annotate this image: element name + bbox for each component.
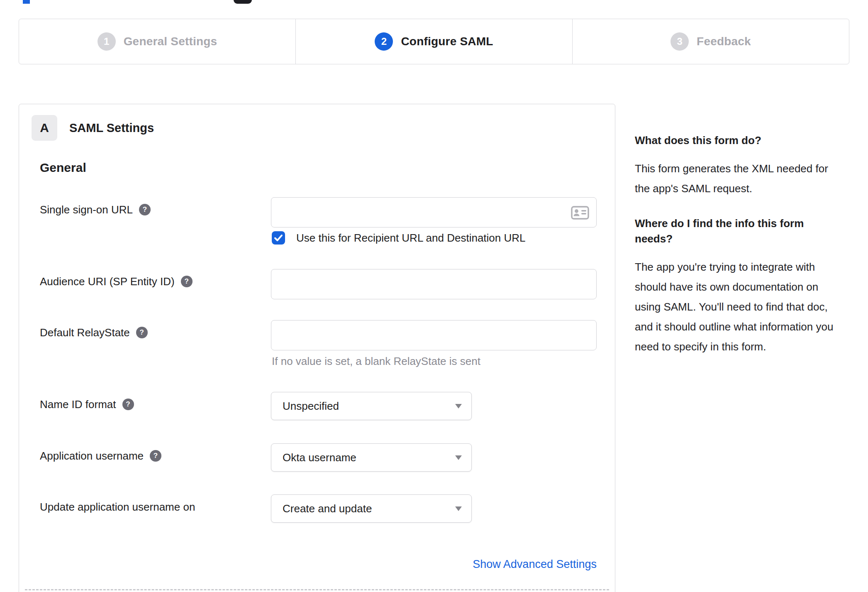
step-1-number-badge: 1	[98, 32, 116, 51]
name-id-format-label: Name ID format	[40, 398, 116, 411]
help-icon[interactable]: ?	[122, 399, 134, 410]
contact-card-icon	[571, 206, 589, 220]
recipient-url-checkbox[interactable]	[272, 231, 285, 245]
app-username-label: Application username	[40, 450, 144, 462]
sso-url-label: Single sign-on URL	[40, 203, 133, 216]
sidebar-heading-what: What does this form do?	[635, 133, 837, 148]
sso-url-label-row: Single sign-on URL ?	[40, 203, 151, 217]
recipient-url-checkbox-label: Use this for Recipient URL and Destinati…	[296, 232, 526, 245]
sso-url-input-wrap	[271, 197, 597, 228]
help-sidebar: What does this form do? This form genera…	[635, 133, 837, 374]
relay-state-label: Default RelayState	[40, 326, 130, 339]
sidebar-body-where: The app you're trying to integrate with …	[635, 257, 837, 357]
clipped-fragment-blue	[23, 0, 30, 4]
sidebar-body-what: This form generates the XML needed for t…	[635, 159, 837, 198]
step-2-number-badge: 2	[375, 32, 393, 51]
relay-state-label-row: Default RelayState ?	[40, 325, 148, 340]
name-id-format-value: Unspecified	[283, 400, 339, 413]
update-username-label: Update application username on	[40, 501, 195, 514]
relay-state-input-wrap	[271, 320, 597, 350]
dropdown-caret-icon	[455, 404, 462, 409]
audience-uri-input-wrap	[271, 269, 597, 299]
app-username-select[interactable]: Okta username	[271, 443, 472, 472]
help-icon[interactable]: ?	[136, 327, 148, 338]
sso-url-input[interactable]	[271, 197, 597, 228]
section-a-badge: A	[32, 115, 57, 141]
help-icon[interactable]: ?	[181, 276, 193, 287]
help-icon[interactable]: ?	[150, 450, 161, 462]
saml-settings-panel: A SAML Settings General Single sign-on U…	[19, 104, 615, 592]
app-username-value: Okta username	[283, 451, 356, 464]
step-2-label: Configure SAML	[401, 35, 493, 48]
app-username-label-row: Application username ?	[40, 449, 161, 463]
relay-state-input[interactable]	[271, 320, 597, 350]
wizard-stepper: 1 General Settings 2 Configure SAML 3 Fe…	[19, 19, 849, 64]
recipient-url-checkbox-row: Use this for Recipient URL and Destinati…	[272, 231, 526, 245]
step-3-label: Feedback	[697, 35, 751, 48]
help-icon[interactable]: ?	[139, 204, 151, 215]
audience-uri-input[interactable]	[271, 269, 597, 299]
section-divider	[25, 589, 609, 590]
update-username-label-row: Update application username on	[40, 500, 195, 514]
relay-state-hint: If no value is set, a blank RelayState i…	[272, 355, 480, 368]
name-id-format-select[interactable]: Unspecified	[271, 392, 472, 420]
dropdown-caret-icon	[455, 455, 462, 460]
update-username-value: Create and update	[283, 502, 372, 515]
step-1-label: General Settings	[124, 35, 217, 48]
audience-uri-label: Audience URI (SP Entity ID)	[40, 275, 175, 288]
clipped-fragment-dark	[234, 0, 252, 4]
step-feedback[interactable]: 3 Feedback	[572, 19, 849, 64]
audience-uri-label-row: Audience URI (SP Entity ID) ?	[40, 274, 193, 289]
step-3-number-badge: 3	[671, 32, 689, 51]
general-group-heading: General	[40, 161, 86, 175]
dropdown-caret-icon	[455, 506, 462, 511]
checkmark-icon	[274, 234, 283, 242]
section-title: SAML Settings	[69, 121, 154, 135]
update-username-select[interactable]: Create and update	[271, 494, 472, 523]
step-general-settings[interactable]: 1 General Settings	[19, 19, 295, 64]
sidebar-heading-where: Where do I find the info this form needs…	[635, 216, 837, 247]
step-configure-saml[interactable]: 2 Configure SAML	[295, 19, 572, 64]
name-id-format-label-row: Name ID format ?	[40, 397, 134, 411]
show-advanced-settings-link[interactable]: Show Advanced Settings	[271, 558, 597, 571]
